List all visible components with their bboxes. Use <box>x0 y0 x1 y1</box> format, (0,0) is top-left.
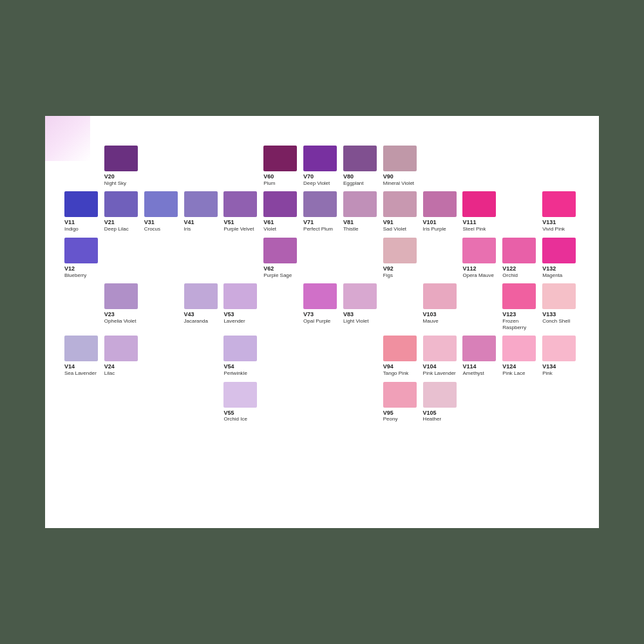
color-code: V81 <box>343 219 354 226</box>
color-item: V73Opal Purple <box>302 281 342 333</box>
empty-cell <box>541 379 581 425</box>
color-code: V123 <box>502 311 516 318</box>
color-swatch <box>502 336 536 361</box>
color-item: V20Night Sky <box>103 143 143 189</box>
color-name: Periwinkle <box>223 370 247 377</box>
color-name: Orchid <box>502 272 518 279</box>
color-item: V23Ophelia Violet <box>103 281 143 333</box>
color-item: V81Thistle <box>342 189 382 234</box>
empty-cell <box>461 143 501 189</box>
color-item: V104Pink Lavender <box>422 333 462 379</box>
color-item: V133Conch Shell <box>541 281 581 333</box>
color-name: Sea Lavender <box>64 370 97 377</box>
color-grid: V20Night SkyV60PlumV70Deep VioletV80Eggp… <box>63 143 581 425</box>
color-name: Heather <box>423 416 441 422</box>
empty-cell <box>302 333 342 379</box>
color-item: V51Purple Velvet <box>222 189 262 234</box>
color-swatch <box>423 336 457 361</box>
color-name: Vivid Pink <box>542 226 565 232</box>
color-swatch <box>542 336 576 361</box>
color-item: V132Magenta <box>541 235 581 281</box>
color-code: V124 <box>502 363 516 370</box>
color-item: V70Deep Violet <box>302 143 342 189</box>
color-name: Sad Violet <box>383 226 406 232</box>
empty-cell <box>222 143 262 189</box>
color-name: Indigo <box>64 226 79 232</box>
color-name: Deep Lilac <box>104 226 129 232</box>
color-name: Ophelia Violet <box>104 318 137 325</box>
color-name: Steel Pink <box>462 226 486 232</box>
color-item: V90Mineral Violet <box>382 143 422 189</box>
color-item: V91Sad Violet <box>382 189 422 234</box>
color-code: V95 <box>383 410 393 417</box>
color-swatch <box>462 191 496 217</box>
color-item: V124Pink Lace <box>501 333 541 379</box>
color-name: Plum <box>263 180 275 187</box>
empty-cell <box>382 281 422 333</box>
color-swatch <box>64 336 98 361</box>
color-code: V14 <box>64 363 75 370</box>
color-name: Figs <box>383 272 393 279</box>
color-swatch <box>263 146 297 171</box>
color-code: V23 <box>104 311 115 318</box>
color-item: V53Lavender <box>222 281 262 333</box>
color-code: V94 <box>383 363 393 370</box>
color-name: Mineral Violet <box>383 180 414 187</box>
empty-cell <box>422 235 462 281</box>
color-swatch <box>104 146 138 171</box>
color-code: V80 <box>343 173 354 180</box>
color-swatch <box>502 238 536 263</box>
color-name: Crocus <box>144 226 160 232</box>
color-swatch <box>184 283 218 309</box>
color-item: V83Light Violet <box>342 281 382 333</box>
color-code: V134 <box>542 363 556 370</box>
color-name: Night Sky <box>104 180 126 187</box>
color-item: V61Violet <box>262 189 302 234</box>
color-name: Pink <box>542 370 553 377</box>
corner-accent <box>45 116 90 161</box>
color-code: V62 <box>263 265 274 272</box>
color-code: V51 <box>223 219 234 226</box>
empty-cell <box>461 281 501 333</box>
color-code: V12 <box>64 265 75 272</box>
color-item: V43Jacaranda <box>183 281 223 333</box>
color-swatch <box>462 336 496 361</box>
color-swatch <box>223 336 257 361</box>
color-item: V41Iris <box>183 189 223 234</box>
empty-cell <box>422 143 462 189</box>
empty-cell <box>501 379 541 425</box>
color-code: V111 <box>462 219 476 226</box>
color-item: V114Amethyst <box>461 333 501 379</box>
empty-cell <box>342 333 382 379</box>
color-item: V24Lilac <box>103 333 143 379</box>
color-name: Mauve <box>423 318 439 325</box>
color-swatch <box>383 336 417 361</box>
color-item: V92Figs <box>382 235 422 281</box>
color-code: V92 <box>383 265 393 272</box>
empty-cell <box>63 281 103 333</box>
empty-cell <box>183 143 223 189</box>
color-name: Frozen Raspberry <box>502 318 540 330</box>
color-code: V104 <box>423 363 437 370</box>
color-code: V131 <box>542 219 556 226</box>
color-code: V53 <box>223 311 234 318</box>
color-swatch <box>184 191 218 217</box>
color-swatch <box>383 382 417 408</box>
color-swatch <box>263 191 297 217</box>
color-code: V103 <box>423 311 437 318</box>
empty-cell <box>302 379 342 425</box>
color-swatch <box>303 283 337 309</box>
color-name: Orchid Ice <box>223 416 247 422</box>
color-swatch <box>423 283 457 309</box>
color-name: Opera Mauve <box>462 272 493 279</box>
color-swatch <box>502 283 536 309</box>
color-code: V24 <box>104 363 115 370</box>
color-item: V112Opera Mauve <box>461 235 501 281</box>
color-item: V31Crocus <box>143 189 183 234</box>
color-swatch <box>462 238 496 263</box>
color-name: Amethyst <box>462 370 484 377</box>
color-swatch <box>104 336 138 361</box>
color-code: V114 <box>462 363 476 370</box>
empty-cell <box>183 379 223 425</box>
empty-cell <box>143 333 183 379</box>
